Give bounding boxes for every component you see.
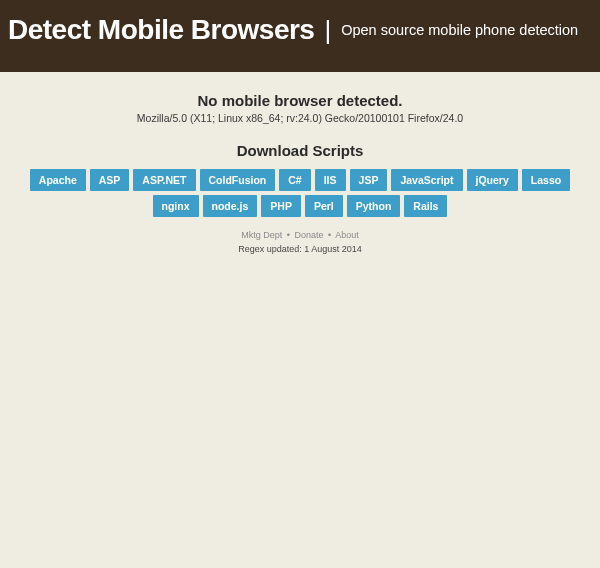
page-footer: Mktg Dept • Donate • About Regex updated… bbox=[0, 229, 600, 256]
footer-separator: • bbox=[287, 230, 290, 240]
download-button-python[interactable]: Python bbox=[347, 195, 401, 217]
detection-heading: No mobile browser detected. bbox=[0, 92, 600, 109]
download-button-javascript[interactable]: JavaScript bbox=[391, 169, 462, 191]
download-heading: Download Scripts bbox=[0, 142, 600, 159]
download-button-lasso[interactable]: Lasso bbox=[522, 169, 570, 191]
footer-separator: • bbox=[328, 230, 331, 240]
footer-link-donate[interactable]: Donate bbox=[294, 230, 323, 240]
download-button-asp[interactable]: ASP bbox=[90, 169, 130, 191]
site-title: Detect Mobile Browsers bbox=[8, 14, 314, 46]
user-agent-string: Mozilla/5.0 (X11; Linux x86_64; rv:24.0)… bbox=[0, 112, 600, 124]
download-button-nginx[interactable]: nginx bbox=[153, 195, 199, 217]
download-button-jsp[interactable]: JSP bbox=[350, 169, 388, 191]
download-button-aspnet[interactable]: ASP.NET bbox=[133, 169, 195, 191]
download-button-apache[interactable]: Apache bbox=[30, 169, 86, 191]
page-header: Detect Mobile Browsers | Open source mob… bbox=[0, 0, 600, 72]
download-button-iis[interactable]: IIS bbox=[315, 169, 346, 191]
regex-updated-date: 1 August 2014 bbox=[304, 244, 362, 254]
regex-updated-label: Regex updated: bbox=[238, 244, 302, 254]
download-buttons-container: Apache ASP ASP.NET ColdFusion C# IIS JSP… bbox=[0, 169, 600, 217]
download-button-php[interactable]: PHP bbox=[261, 195, 301, 217]
download-button-rails[interactable]: Rails bbox=[404, 195, 447, 217]
main-content: No mobile browser detected. Mozilla/5.0 … bbox=[0, 72, 600, 256]
download-button-nodejs[interactable]: node.js bbox=[203, 195, 258, 217]
download-button-csharp[interactable]: C# bbox=[279, 169, 310, 191]
site-tagline: Open source mobile phone detection bbox=[341, 22, 578, 38]
download-button-jquery[interactable]: jQuery bbox=[467, 169, 518, 191]
download-button-perl[interactable]: Perl bbox=[305, 195, 343, 217]
footer-link-mktg[interactable]: Mktg Dept bbox=[241, 230, 282, 240]
footer-link-about[interactable]: About bbox=[335, 230, 359, 240]
download-button-coldfusion[interactable]: ColdFusion bbox=[200, 169, 276, 191]
header-divider: | bbox=[324, 15, 331, 46]
